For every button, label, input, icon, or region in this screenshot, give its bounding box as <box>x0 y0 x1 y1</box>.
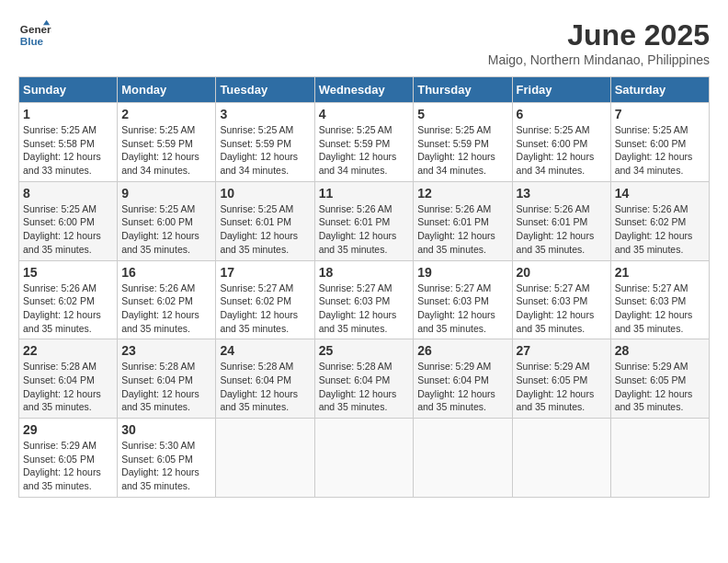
day-number: 27 <box>517 343 607 358</box>
calendar-cell: 14 Sunrise: 5:26 AM Sunset: 6:02 PM Dayl… <box>610 181 709 260</box>
calendar-week-row: 8 Sunrise: 5:25 AM Sunset: 6:00 PM Dayli… <box>19 181 710 260</box>
calendar-cell: 29 Sunrise: 5:29 AM Sunset: 6:05 PM Dayl… <box>19 419 118 498</box>
day-number: 17 <box>220 265 310 280</box>
day-info: Sunrise: 5:25 AM Sunset: 5:59 PM Dayligh… <box>220 123 310 178</box>
col-friday: Friday <box>512 77 610 103</box>
location-title: Maigo, Northern Mindanao, Philippines <box>488 52 710 67</box>
calendar-cell: 8 Sunrise: 5:25 AM Sunset: 6:00 PM Dayli… <box>19 181 118 260</box>
calendar-cell: 1 Sunrise: 5:25 AM Sunset: 5:58 PM Dayli… <box>19 103 118 182</box>
calendar-week-row: 29 Sunrise: 5:29 AM Sunset: 6:05 PM Dayl… <box>19 419 710 498</box>
day-info: Sunrise: 5:25 AM Sunset: 6:00 PM Dayligh… <box>23 202 113 257</box>
day-info: Sunrise: 5:25 AM Sunset: 6:01 PM Dayligh… <box>220 202 310 257</box>
day-info: Sunrise: 5:26 AM Sunset: 6:02 PM Dayligh… <box>121 282 211 336</box>
calendar-cell: 5 Sunrise: 5:25 AM Sunset: 5:59 PM Dayli… <box>414 103 512 182</box>
calendar-cell: 16 Sunrise: 5:26 AM Sunset: 6:02 PM Dayl… <box>118 260 216 339</box>
logo-icon: General Blue <box>18 18 51 52</box>
calendar-cell: 2 Sunrise: 5:25 AM Sunset: 5:59 PM Dayli… <box>118 103 216 182</box>
day-info: Sunrise: 5:25 AM Sunset: 5:59 PM Dayligh… <box>319 123 410 178</box>
calendar-cell: 6 Sunrise: 5:25 AM Sunset: 6:00 PM Dayli… <box>512 103 610 182</box>
col-monday: Monday <box>118 77 216 103</box>
day-number: 15 <box>23 265 113 280</box>
calendar-cell: 28 Sunrise: 5:29 AM Sunset: 6:05 PM Dayl… <box>610 339 709 419</box>
day-number: 29 <box>23 422 113 437</box>
calendar-table: Sunday Monday Tuesday Wednesday Thursday… <box>18 76 710 498</box>
day-number: 10 <box>220 186 310 201</box>
day-number: 22 <box>23 343 113 358</box>
calendar-cell: 25 Sunrise: 5:28 AM Sunset: 6:04 PM Dayl… <box>314 339 414 419</box>
day-info: Sunrise: 5:26 AM Sunset: 6:02 PM Dayligh… <box>615 202 705 257</box>
day-number: 30 <box>121 422 211 437</box>
calendar-cell: 30 Sunrise: 5:30 AM Sunset: 6:05 PM Dayl… <box>118 419 216 498</box>
calendar-week-row: 1 Sunrise: 5:25 AM Sunset: 5:58 PM Dayli… <box>19 103 710 182</box>
calendar-cell: 27 Sunrise: 5:29 AM Sunset: 6:05 PM Dayl… <box>512 339 610 419</box>
day-info: Sunrise: 5:28 AM Sunset: 6:04 PM Dayligh… <box>23 360 113 414</box>
day-info: Sunrise: 5:25 AM Sunset: 5:58 PM Dayligh… <box>23 123 113 178</box>
day-info: Sunrise: 5:26 AM Sunset: 6:01 PM Dayligh… <box>319 202 410 257</box>
title-area: June 2025 Maigo, Northern Mindanao, Phil… <box>488 18 710 67</box>
calendar-cell: 7 Sunrise: 5:25 AM Sunset: 6:00 PM Dayli… <box>610 103 709 182</box>
day-info: Sunrise: 5:25 AM Sunset: 5:59 PM Dayligh… <box>121 123 211 178</box>
day-info: Sunrise: 5:27 AM Sunset: 6:02 PM Dayligh… <box>220 282 310 336</box>
day-number: 6 <box>517 107 607 121</box>
day-info: Sunrise: 5:25 AM Sunset: 5:59 PM Dayligh… <box>417 123 507 178</box>
day-number: 9 <box>121 186 211 201</box>
day-number: 21 <box>615 265 705 280</box>
calendar-cell: 19 Sunrise: 5:27 AM Sunset: 6:03 PM Dayl… <box>414 260 512 339</box>
header-row: Sunday Monday Tuesday Wednesday Thursday… <box>19 77 710 103</box>
calendar-cell: 11 Sunrise: 5:26 AM Sunset: 6:01 PM Dayl… <box>314 181 414 260</box>
day-number: 4 <box>319 107 410 121</box>
day-number: 19 <box>417 265 507 280</box>
day-info: Sunrise: 5:28 AM Sunset: 6:04 PM Dayligh… <box>319 360 410 414</box>
calendar-cell: 18 Sunrise: 5:27 AM Sunset: 6:03 PM Dayl… <box>314 260 414 339</box>
header: General Blue June 2025 Maigo, Northern M… <box>18 18 710 67</box>
col-saturday: Saturday <box>610 77 709 103</box>
day-info: Sunrise: 5:25 AM Sunset: 6:00 PM Dayligh… <box>615 123 705 178</box>
logo: General Blue <box>18 18 51 52</box>
day-info: Sunrise: 5:28 AM Sunset: 6:04 PM Dayligh… <box>220 360 310 414</box>
day-info: Sunrise: 5:29 AM Sunset: 6:04 PM Dayligh… <box>417 360 507 414</box>
calendar-cell: 26 Sunrise: 5:29 AM Sunset: 6:04 PM Dayl… <box>414 339 512 419</box>
day-number: 18 <box>319 265 410 280</box>
day-number: 16 <box>121 265 211 280</box>
day-number: 25 <box>319 343 410 358</box>
day-info: Sunrise: 5:26 AM Sunset: 6:02 PM Dayligh… <box>23 282 113 336</box>
calendar-cell: 12 Sunrise: 5:26 AM Sunset: 6:01 PM Dayl… <box>414 181 512 260</box>
day-info: Sunrise: 5:30 AM Sunset: 6:05 PM Dayligh… <box>121 439 211 493</box>
col-tuesday: Tuesday <box>216 77 314 103</box>
day-info: Sunrise: 5:27 AM Sunset: 6:03 PM Dayligh… <box>615 282 705 336</box>
calendar-cell <box>414 419 512 498</box>
col-sunday: Sunday <box>19 77 118 103</box>
day-number: 26 <box>417 343 507 358</box>
calendar-cell: 24 Sunrise: 5:28 AM Sunset: 6:04 PM Dayl… <box>216 339 314 419</box>
calendar-week-row: 15 Sunrise: 5:26 AM Sunset: 6:02 PM Dayl… <box>19 260 710 339</box>
day-number: 13 <box>517 186 607 201</box>
calendar-cell: 17 Sunrise: 5:27 AM Sunset: 6:02 PM Dayl… <box>216 260 314 339</box>
calendar-cell: 4 Sunrise: 5:25 AM Sunset: 5:59 PM Dayli… <box>314 103 414 182</box>
day-number: 3 <box>220 107 310 121</box>
day-number: 20 <box>517 265 607 280</box>
calendar-cell: 21 Sunrise: 5:27 AM Sunset: 6:03 PM Dayl… <box>610 260 709 339</box>
day-info: Sunrise: 5:29 AM Sunset: 6:05 PM Dayligh… <box>615 360 705 414</box>
month-title: June 2025 <box>488 18 710 52</box>
calendar-cell: 13 Sunrise: 5:26 AM Sunset: 6:01 PM Dayl… <box>512 181 610 260</box>
calendar-cell: 15 Sunrise: 5:26 AM Sunset: 6:02 PM Dayl… <box>19 260 118 339</box>
calendar-cell: 23 Sunrise: 5:28 AM Sunset: 6:04 PM Dayl… <box>118 339 216 419</box>
day-number: 7 <box>615 107 705 121</box>
day-info: Sunrise: 5:27 AM Sunset: 6:03 PM Dayligh… <box>517 282 607 336</box>
calendar-cell: 20 Sunrise: 5:27 AM Sunset: 6:03 PM Dayl… <box>512 260 610 339</box>
calendar-cell <box>216 419 314 498</box>
calendar-week-row: 22 Sunrise: 5:28 AM Sunset: 6:04 PM Dayl… <box>19 339 710 419</box>
calendar-cell <box>512 419 610 498</box>
day-number: 14 <box>615 186 705 201</box>
calendar-cell: 22 Sunrise: 5:28 AM Sunset: 6:04 PM Dayl… <box>19 339 118 419</box>
day-info: Sunrise: 5:27 AM Sunset: 6:03 PM Dayligh… <box>417 282 507 336</box>
day-info: Sunrise: 5:25 AM Sunset: 6:00 PM Dayligh… <box>121 202 211 257</box>
calendar-cell <box>314 419 414 498</box>
col-wednesday: Wednesday <box>314 77 414 103</box>
day-number: 5 <box>417 107 507 121</box>
day-number: 1 <box>23 107 113 121</box>
day-info: Sunrise: 5:27 AM Sunset: 6:03 PM Dayligh… <box>319 282 410 336</box>
day-number: 12 <box>417 186 507 201</box>
day-number: 24 <box>220 343 310 358</box>
day-number: 23 <box>121 343 211 358</box>
